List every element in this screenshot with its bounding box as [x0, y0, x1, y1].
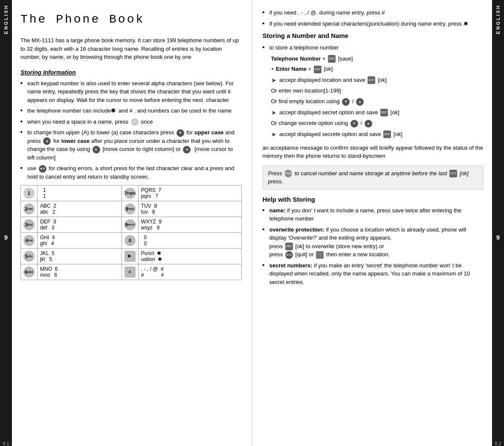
back-key-icon: ◄✕	[39, 165, 46, 173]
enter-key-2: ENT	[314, 66, 322, 73]
key-9: 9WXYZ	[125, 219, 136, 230]
step-find-empty: Or find empty location using ▼ / ▲	[271, 97, 484, 106]
key-8-cell: 8TUV	[122, 201, 138, 217]
help-section: Help with Storing name: if you don' t wa…	[263, 196, 484, 287]
intro-text: The MX-1111 has a large phone book memor…	[20, 36, 242, 61]
bullet-5: use ◄✕ for clearing errors, a short pres…	[20, 164, 242, 181]
end-key-icon: END	[284, 170, 292, 177]
key-8: 8TUV	[125, 203, 136, 214]
right-sub-number: 9.2	[495, 441, 501, 446]
key-0-chars: 0 0	[138, 233, 241, 249]
step-change-secret: Or change secrete option using ▼ / ▲	[271, 119, 484, 128]
key-7: 7PQRS	[125, 188, 136, 199]
content-area: The Phone Book The MX-1111 has a large p…	[12, 0, 492, 446]
step-enter-name: + Enter Name + ENT [ok]	[271, 65, 484, 74]
table-row: 5JKL JKL 5jkl 5 ✱.. Punct ✱uation ✱	[21, 249, 242, 264]
enter-key-6: ENT	[449, 170, 457, 177]
help-bullet-name: name: if you don' t want to include a na…	[263, 206, 484, 223]
up-arrow-icon-2: ▲	[365, 120, 372, 127]
key-hash-chars: . - , / @ ## #	[138, 264, 241, 280]
key-3-chars: DEF 3def 3	[38, 217, 122, 233]
back-key-icon-2: BCK	[285, 251, 293, 259]
top-bullet-2: if you need extended special characters(…	[263, 20, 484, 28]
key-9-chars: WXYZ 9wxyz 9	[138, 217, 241, 233]
left-key-icon: ◄	[183, 146, 191, 153]
enter-key-4: ENT	[380, 109, 388, 116]
right-column: if you need . - , / @, during name entry…	[252, 0, 492, 446]
table-row: 6MNO MNO 6mno 6 #. . - , / @ ## #	[21, 264, 242, 280]
storing-info-bullets: each keypad number is also used to enter…	[20, 79, 242, 181]
key-8-chars: TUV 8tuv 8	[138, 201, 241, 217]
key-star-chars: Punct ✱uation ✱	[138, 249, 241, 264]
left-sub-number: 9.1	[3, 441, 9, 446]
key-hash-cell: #.	[122, 264, 138, 280]
left-column: The Phone Book The MX-1111 has a large p…	[12, 0, 252, 446]
bullet-3: when you need a space in a name, press ↩…	[20, 118, 242, 126]
storing-bullets: to store a telephone number	[263, 43, 484, 52]
key-4-chars: GHI 4ghi 4	[38, 233, 122, 249]
step-accept-secrete: ➤ accept displayed secrete option and sa…	[271, 130, 484, 139]
key-2-chars: ABC 2abc 2	[38, 201, 122, 217]
table-row: 4GHI GHI 4ghi 4 0 0 0	[21, 233, 242, 249]
key-4-cell: 4GHI	[21, 233, 38, 249]
info-box: Press END to cancel number and name stor…	[263, 165, 484, 190]
key-7-chars: PQRS 7pqrs 7	[138, 185, 241, 201]
key-1-cell: 1	[21, 185, 38, 201]
table-row: 1 1 1 7PQRS PQRS 7pqrs 7	[21, 185, 242, 201]
key-6: 6MNO	[23, 266, 35, 278]
help-bullets: name: if you don' t want to include a na…	[263, 206, 484, 287]
storing-steps: Telephone Number + ENT [save] + Enter Na…	[263, 55, 484, 139]
key-5: 5JKL	[23, 251, 35, 262]
top-bullet-1: if you need . - , / @, during name entry…	[263, 9, 484, 17]
bullet-2: the telephone number can include✱ and # …	[20, 107, 242, 115]
storing-section: Storing a Number and Name to store a tel…	[263, 32, 484, 190]
step-telephone: Telephone Number + ENT [save]	[271, 55, 484, 64]
enter-key-3: ENT	[368, 76, 375, 84]
key-2-cell: 2ABC	[21, 201, 38, 217]
help-heading: Help with Storing	[263, 196, 484, 203]
enter-key-5: ENT	[383, 130, 391, 138]
bullet-4: to change from upper (A) to lower (a) ca…	[20, 128, 242, 162]
top-bullets: if you need . - , / @, during name entry…	[263, 9, 484, 28]
enter-key-7: ENT	[285, 243, 293, 250]
key-5-chars: JKL 5jkl 5	[38, 249, 122, 264]
key-0: 0	[125, 235, 136, 246]
store-step-1: to store a telephone number	[263, 43, 484, 52]
right-english-label: ENGLISH	[495, 4, 501, 34]
right-sidebar: ENGLISH 9 9.2	[492, 0, 504, 446]
down-key-icon: ▼	[177, 129, 184, 137]
right-page-number: 9	[496, 234, 500, 241]
table-row: 2ABC ABC 2abc 2 8TUV TUV 8tuv 8	[21, 201, 242, 217]
left-page-number: 9	[4, 234, 8, 241]
key-3-cell: 3DEF	[21, 217, 38, 233]
menu-key-icon: ↩	[131, 118, 139, 126]
left-sidebar: ENGLISH 9 9.1	[0, 0, 12, 446]
step-accept-location: ➤ accept displayed location and save ENT…	[271, 75, 484, 85]
right-key-icon: ►	[93, 146, 100, 153]
up-arrow-icon: ▲	[356, 98, 364, 106]
key-hash: #.	[125, 266, 136, 278]
left-english-label: ENGLISH	[3, 4, 9, 34]
key-2: 2ABC	[23, 203, 35, 214]
step-accept-secret: ➤ accept displayed secret option and sav…	[271, 108, 484, 117]
table-row: 3DEF DEF 3def 3 9WXYZ WXYZ 9wxyz 9	[21, 217, 242, 233]
key-star: ✱..	[125, 251, 136, 262]
key-7-cell: 7PQRS	[122, 185, 138, 201]
down-arrow-icon-2: ▼	[350, 120, 358, 127]
help-bullet-secret: secret numbers: if you make an entry 'se…	[263, 261, 484, 287]
storing-info-heading: Storing Information	[20, 69, 242, 76]
help-bullet-overwrite: overwrite protection: if you choose a lo…	[263, 226, 484, 259]
storage-note: an acceptance message to confirm storage…	[263, 144, 484, 160]
key-6-cell: 6MNO	[21, 264, 38, 280]
bullet-1: each keypad number is also used to enter…	[20, 79, 242, 104]
down-arrow-icon: ▼	[342, 98, 350, 106]
keypad-table: 1 1 1 7PQRS PQRS 7pqrs 7 2ABC ABC 2abc 2…	[20, 185, 242, 280]
key-9-cell: 9WXYZ	[122, 217, 138, 233]
arrow-key-icon: →	[316, 251, 324, 259]
key-3: 3DEF	[23, 219, 35, 230]
enter-key-1: ENT	[328, 55, 336, 63]
key-6-chars: MNO 6mno 6	[38, 264, 122, 280]
page-title: The Phone Book	[20, 13, 242, 26]
key-5-cell: 5JKL	[21, 249, 38, 264]
key-1-chars: 1 1	[38, 185, 122, 201]
